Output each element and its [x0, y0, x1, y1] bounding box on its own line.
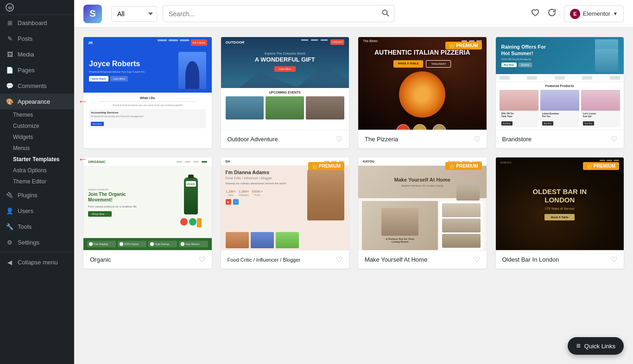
sidebar-item-astra-options[interactable]: Astra Options: [13, 165, 74, 176]
template-card-outdoor[interactable]: OUTDOOR CONTACT Explore The Colourful Wo…: [221, 37, 349, 148]
header-actions: E Elementor ▼: [531, 6, 624, 22]
template-preview-blogger: DA I'm Dianna Adams Food Critic / Influe…: [221, 157, 349, 250]
collapse-icon: ◀: [6, 258, 14, 266]
dashboard-icon: ⊞: [6, 19, 14, 27]
posts-icon: ✎: [6, 34, 14, 43]
sidebar-item-widgets[interactable]: Widgets: [13, 132, 74, 143]
template-preview-pizzeria: The Bistro AUTHENTIC ITALIAN PIZZERIA MA…: [358, 37, 487, 130]
favorite-btn-bar[interactable]: ♡: [611, 255, 617, 264]
crown-icon-home: 👑: [449, 163, 455, 169]
sidebar-item-dashboard[interactable]: ⊞ Dashboard: [0, 15, 74, 31]
favorite-btn-outdoor[interactable]: ♡: [336, 135, 342, 144]
elementor-button[interactable]: E Elementor ▼: [564, 6, 624, 22]
appearance-icon: 🎨: [6, 97, 14, 106]
premium-badge-home: 👑 PREMIUM: [445, 162, 481, 170]
template-preview-home: KAYOU ProductsAboutContact Make Yourself…: [358, 157, 487, 250]
search-input[interactable]: [163, 6, 377, 21]
favorite-btn-pizzeria[interactable]: ♡: [474, 135, 480, 144]
template-preview-chartered: JR Ask A Quote Joyce Roberts Practical F…: [83, 37, 212, 130]
premium-badge-blogger: 👑 PREMIUM: [308, 162, 344, 170]
template-footer-pizzeria: The Pizzeria ♡: [358, 130, 487, 148]
template-card-organic[interactable]: ORGANIC organic products Join The Organi: [83, 157, 212, 269]
sidebar-item-appearance[interactable]: 🎨 Appearance: [0, 94, 74, 109]
favorite-btn-home[interactable]: ♡: [474, 255, 480, 264]
sidebar: W ⊞ Dashboard ✎ Posts 🖼 Media 📄 Pages 💬 …: [0, 0, 74, 364]
template-card-pizzeria[interactable]: The Bistro AUTHENTIC ITALIAN PIZZERIA MA…: [358, 37, 487, 148]
template-card-home[interactable]: KAYOU ProductsAboutContact Make Yourself…: [358, 157, 487, 269]
search-container: [163, 5, 394, 22]
filter-select[interactable]: All Free Premium: [112, 6, 157, 21]
sidebar-item-users[interactable]: 👤 Users: [0, 203, 74, 219]
plugins-icon: 🔌: [6, 191, 14, 199]
template-footer-blogger: Food Critic / Influencer / Blogger ♡: [221, 250, 349, 269]
crown-icon-blogger: 👑: [312, 163, 317, 169]
template-card-chartered[interactable]: JR Ask A Quote Joyce Roberts Practical F…: [83, 37, 212, 148]
templates-grid: JR Ask A Quote Joyce Roberts Practical F…: [83, 37, 624, 269]
sidebar-item-tools[interactable]: 🔧 Tools: [0, 219, 74, 234]
settings-icon: ⚙: [6, 238, 14, 246]
sidebar-collapse[interactable]: ◀ Collapse menu: [0, 254, 74, 270]
sidebar-item-themes[interactable]: Themes: [13, 109, 74, 120]
sidebar-item-customize[interactable]: Customize: [13, 120, 74, 132]
crown-icon-bar: 👑: [587, 163, 592, 169]
appearance-submenu: Themes Customize Widgets Menus Starter T…: [0, 109, 74, 187]
favorites-button[interactable]: [531, 8, 540, 19]
heart-icon: [531, 8, 540, 17]
template-preview-bar: ROBERTS Oldest Bar InLondon 175 Years of…: [496, 157, 624, 250]
tools-icon: 🔧: [6, 222, 14, 231]
svg-text:W: W: [8, 5, 12, 10]
wp-logo: W: [0, 0, 74, 15]
svg-point-2: [383, 10, 387, 15]
template-preview-organic: ORGANIC organic products Join The Organi: [83, 157, 212, 250]
chevron-down-icon: ▼: [613, 11, 618, 16]
templates-area: JR Ask A Quote Joyce Roberts Practical F…: [74, 28, 633, 364]
header-bar: S All Free Premium E Elementor: [74, 0, 633, 28]
template-card-bar[interactable]: ROBERTS Oldest Bar InLondon 175 Years of…: [496, 157, 624, 269]
sidebar-item-theme-editor[interactable]: Theme Editor: [13, 176, 74, 187]
premium-badge-bar: 👑 PREMIUM: [583, 162, 619, 170]
template-footer-outdoor: Outdoor Adventure ♡: [221, 130, 349, 148]
template-preview-brandstore: Raining Offers ForHot Summer! 15% Off On…: [496, 37, 624, 130]
template-preview-outdoor: OUTDOOR CONTACT Explore The Colourful Wo…: [221, 37, 349, 130]
sidebar-item-starter-templates[interactable]: Starter Templates: [13, 154, 74, 165]
filter-dropdown-container: All Free Premium: [111, 6, 157, 22]
sidebar-item-menus[interactable]: Menus: [13, 143, 74, 154]
template-footer-brandstore: Brandstore ♡: [496, 130, 624, 148]
favorite-btn-brandstore[interactable]: ♡: [611, 135, 617, 144]
sidebar-item-pages[interactable]: 📄 Pages: [0, 62, 74, 78]
sidebar-item-media[interactable]: 🖼 Media: [0, 46, 74, 62]
favorite-btn-blogger[interactable]: ♡: [336, 255, 342, 264]
sidebar-item-posts[interactable]: ✎ Posts: [0, 31, 74, 46]
template-footer-bar: Oldest Bar In London ♡: [496, 250, 624, 269]
main-content: S All Free Premium E Elementor: [74, 0, 633, 364]
quick-links-icon: ≡: [576, 342, 580, 350]
quick-links-button[interactable]: ≡ Quick Links: [568, 337, 624, 355]
template-footer-home: Make Yourself At Home ♡: [358, 250, 487, 269]
svg-line-3: [387, 14, 389, 17]
sidebar-item-settings[interactable]: ⚙ Settings: [0, 234, 74, 250]
search-icon: [382, 9, 389, 17]
media-icon: 🖼: [6, 50, 14, 58]
elementor-icon: E: [570, 9, 580, 19]
header-logo: S: [83, 5, 102, 23]
sidebar-item-comments[interactable]: 💬 Comments: [0, 78, 74, 94]
pages-icon: 📄: [6, 66, 14, 74]
template-footer-organic: Organic ♡: [83, 250, 212, 269]
template-card-blogger[interactable]: DA I'm Dianna Adams Food Critic / Influe…: [221, 157, 349, 269]
refresh-icon: [547, 8, 557, 17]
comments-icon: 💬: [6, 82, 14, 90]
favorite-btn-organic[interactable]: ♡: [199, 255, 205, 264]
refresh-button[interactable]: [547, 8, 557, 19]
sidebar-item-plugins[interactable]: 🔌 Plugins: [0, 187, 74, 203]
users-icon: 👤: [6, 207, 14, 215]
search-button[interactable]: [377, 6, 394, 22]
template-card-brandstore[interactable]: Raining Offers ForHot Summer! 15% Off On…: [496, 37, 624, 148]
